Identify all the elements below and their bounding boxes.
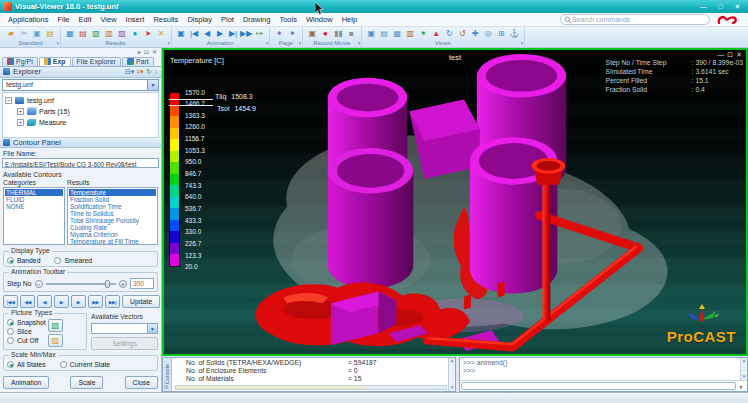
step-decrement-icon[interactable]: −	[35, 280, 43, 288]
zoom-area-icon[interactable]: ◎	[482, 28, 494, 39]
prev-page-icon[interactable]: ✦	[273, 28, 285, 39]
scrollbar-thumb[interactable]	[176, 386, 365, 389]
horizontal-scrollbar[interactable]	[175, 385, 447, 390]
animation-setup-icon[interactable]: ▣	[175, 28, 187, 39]
search-box[interactable]	[560, 14, 710, 25]
update-button[interactable]: Update	[122, 295, 160, 308]
axis-icon[interactable]: ✶	[417, 28, 429, 39]
chevron-down-icon[interactable]: ▾	[147, 80, 158, 90]
search-input[interactable]	[572, 16, 706, 23]
overflow-icon[interactable]: ▾	[56, 41, 59, 46]
slice-image-icon[interactable]: ▧	[48, 319, 63, 332]
spectrum-icon[interactable]: ▧	[90, 28, 102, 39]
dock-icon[interactable]: ⊞	[164, 384, 168, 390]
3d-viewport[interactable]: test —⊡✕	[162, 48, 748, 356]
undock-icon[interactable]: ▸	[138, 48, 141, 56]
minimize-icon[interactable]: —	[696, 2, 711, 12]
result-item[interactable]: Solidification Time	[69, 203, 156, 210]
contour-icon[interactable]: ▦	[64, 28, 76, 39]
maximize-icon[interactable]: □	[713, 2, 728, 12]
overflow-icon[interactable]: ▾	[358, 41, 361, 46]
result-item[interactable]: Total Shrinkage Porosity	[69, 217, 156, 224]
result-item[interactable]: Temperature at Fill Time	[69, 238, 156, 245]
action-button[interactable]: Animation	[3, 376, 49, 389]
cutoff-image-icon[interactable]: ▨	[48, 334, 63, 347]
display-type-radio[interactable]: Banded	[7, 257, 40, 264]
pan-view-icon[interactable]: ✚	[469, 28, 481, 39]
slider-thumb[interactable]	[105, 280, 110, 288]
sort-icon[interactable]: ≡▾	[136, 67, 144, 77]
overflow-icon[interactable]: ▾	[299, 41, 302, 46]
legend-icon[interactable]: ▤	[77, 28, 89, 39]
console-input[interactable]	[461, 382, 736, 390]
expand-icon[interactable]: +	[17, 119, 24, 126]
print-icon[interactable]: ▥	[404, 28, 416, 39]
action-button[interactable]: Scale	[70, 376, 103, 389]
menu-item[interactable]: Display	[183, 14, 216, 25]
action-button[interactable]: Close	[125, 376, 158, 389]
fast-forward-icon[interactable]: ▶▶	[88, 295, 103, 308]
tab-exp[interactable]: Exp	[39, 57, 71, 66]
scroll-down-icon[interactable]: ▼	[450, 385, 454, 391]
menu-item[interactable]: Edit	[75, 14, 96, 25]
paste-icon[interactable]: ▤	[44, 28, 56, 39]
prev-frame-icon[interactable]: ◀	[201, 28, 213, 39]
menu-item[interactable]: Insert	[122, 14, 149, 25]
scale-option-radio[interactable]: All States	[7, 361, 46, 368]
float-icon[interactable]: ⊡	[144, 48, 149, 56]
tree-item-parts[interactable]: + Parts (15)	[5, 106, 156, 117]
vertical-scrollbar[interactable]: ▲▼	[448, 358, 455, 391]
vectors-combobox[interactable]: ▾	[91, 323, 158, 334]
result-item[interactable]: Cooling Rate	[69, 224, 156, 231]
category-item[interactable]: NONE	[5, 203, 63, 210]
next-page-icon[interactable]: ✦	[286, 28, 298, 39]
menu-item[interactable]: Results	[149, 14, 182, 25]
first-frame-icon[interactable]: |◀	[188, 28, 200, 39]
tab-part[interactable]: Part	[122, 57, 154, 66]
category-item[interactable]: THERMAL	[5, 189, 63, 196]
overflow-icon[interactable]: ▾	[167, 41, 170, 46]
close-icon[interactable]: ✕	[730, 2, 745, 12]
cascade-icon[interactable]: ▤	[378, 28, 390, 39]
movie-icon[interactable]: ▣	[306, 28, 318, 39]
menu-item[interactable]: Applications	[4, 14, 52, 25]
filter-icon[interactable]: ⊟▾	[125, 67, 134, 77]
category-item[interactable]: FLUID	[5, 196, 63, 203]
stop-icon[interactable]: ■	[345, 28, 357, 39]
step-forward-icon[interactable]: ▶	[71, 295, 86, 308]
tile-icon[interactable]: ▦	[391, 28, 403, 39]
tree-item-measure[interactable]: + Measure	[5, 117, 156, 128]
restore-icon[interactable]: ⊡	[727, 50, 733, 59]
model-file-combobox[interactable]: testg.unf ▾	[2, 79, 159, 91]
tree-item-root[interactable]: − testg.unf	[5, 95, 156, 106]
last-frame-icon[interactable]: ▶▶	[240, 28, 252, 39]
open-icon[interactable]: ▰	[5, 28, 17, 39]
result-item[interactable]: Time to Solidus	[69, 210, 156, 217]
play-icon[interactable]: ▶	[214, 28, 226, 39]
chevron-down-icon[interactable]: ▾	[736, 382, 746, 390]
last-step-icon[interactable]: ▶▶|	[105, 295, 120, 308]
menu-item[interactable]: Plot	[217, 14, 238, 25]
vertical-scrollbar[interactable]: ▲▼	[740, 358, 747, 380]
fit-view-icon[interactable]: ⊞	[495, 28, 507, 39]
new-window-icon[interactable]: ▣	[365, 28, 377, 39]
picture-type-radio[interactable]: Cut Off	[7, 337, 46, 344]
record-icon[interactable]: ●	[319, 28, 331, 39]
settings-button[interactable]: Settings	[91, 337, 158, 350]
image-icon[interactable]: ▨	[116, 28, 128, 39]
sync-icon[interactable]: ○	[154, 67, 158, 77]
minimize-icon[interactable]: —	[717, 50, 724, 59]
next-frame-icon[interactable]: ▶|	[227, 28, 239, 39]
step-increment-icon[interactable]: +	[119, 280, 127, 288]
tab-file-explorer[interactable]: File Explorer	[72, 57, 121, 66]
scale-option-radio[interactable]: Current State	[60, 361, 110, 368]
play-icon[interactable]: ▶	[54, 295, 69, 308]
pause-icon[interactable]: ▮▮	[332, 28, 344, 39]
scroll-up-icon[interactable]: ▲	[742, 358, 746, 364]
menu-item[interactable]: File	[53, 14, 73, 25]
result-item[interactable]: Temperature	[69, 189, 156, 196]
display-type-radio[interactable]: Smeared	[54, 257, 92, 264]
overflow-icon[interactable]: ▾	[266, 41, 269, 46]
cut-icon[interactable]: ✂	[18, 28, 30, 39]
picture-type-radio[interactable]: Slice	[7, 328, 46, 335]
